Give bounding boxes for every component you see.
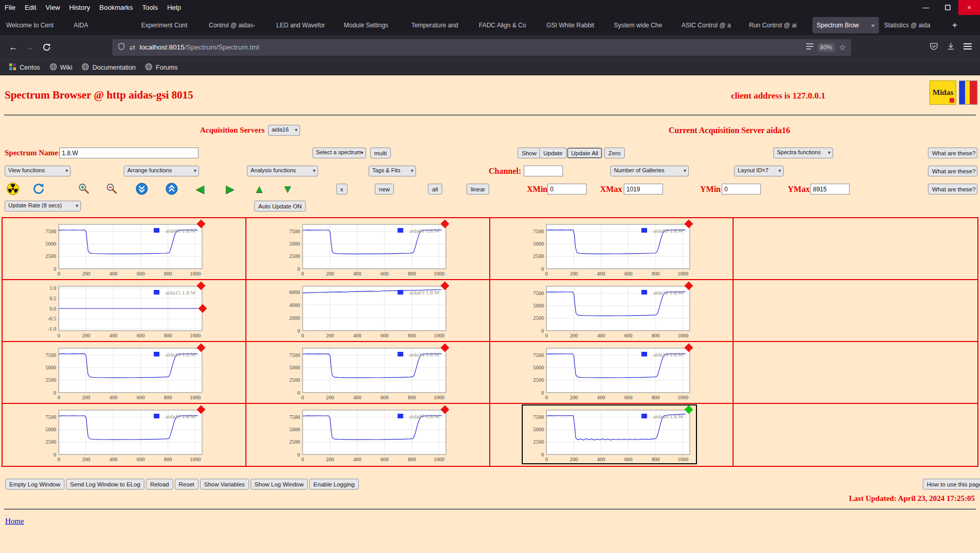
tab-temperature-and[interactable]: Temperature and [407,17,474,34]
close-button[interactable]: × [958,0,980,15]
update-rate-dropdown[interactable]: Update Rate (8 secs)▾ [5,201,81,212]
zoom-in-icon[interactable] [77,182,91,196]
home-link[interactable]: Home [5,517,24,526]
update-button[interactable]: Update [539,148,567,158]
spectrum-chart-aida11[interactable]: 025005000750002004006008001000aida11 1.8… [35,405,208,463]
tab-gsi-white-rabbit[interactable]: GSI White Rabbit [542,17,609,34]
zoom-level[interactable]: 80% [818,43,835,52]
ymin-input[interactable] [722,184,761,194]
spectra-functions-dropdown[interactable]: Spectra functions▾ [773,148,833,158]
url-input[interactable]: localhost:8015/Spectrum/Spectrum.tml [140,43,259,51]
radiation-icon[interactable] [6,182,20,196]
tab-system-wide-che[interactable]: System wide Che [610,17,676,34]
what-are-these-button-2[interactable]: What are these? [928,166,977,176]
refresh-icon[interactable] [32,182,45,196]
how-to-use-button[interactable]: How to use this page [923,479,980,490]
gsi-logo[interactable] [959,80,977,105]
minimize-button[interactable]: — [915,0,937,15]
channel-input[interactable] [524,166,563,176]
tags-fits-dropdown[interactable]: Tags & Fits▾ [369,166,416,176]
tab-fadc-align-co[interactable]: FADC Align & Co [475,17,541,34]
zero-button[interactable]: Zero [604,148,625,158]
spectrum-name-input[interactable] [59,148,198,158]
spectrum-chart-aida14[interactable]: 025005000750002004006008001000aida14 1.8… [279,344,452,401]
view-functions-dropdown[interactable]: View functions▾ [5,166,71,176]
multi-button[interactable]: multi [370,148,391,158]
maximize-button[interactable] [937,0,958,15]
menu-tools[interactable]: Tools [138,4,162,11]
tab-run-control-ai[interactable]: Run Control @ ai [745,17,811,34]
spectrum-chart-aida01[interactable]: 025005000750002004006008001000aida01 1.8… [279,220,452,278]
bookmark-star-icon[interactable]: ☆ [839,43,846,52]
bookmark-documentation[interactable]: Documentation [77,61,140,74]
send-log-window-to-elog-button[interactable]: Send Log Window to ELog [66,479,144,490]
green-up-arrow-icon[interactable]: ▲ [253,182,266,196]
new-tab-button[interactable]: + [947,18,962,33]
reload-button[interactable]: Reload [146,479,173,490]
empty-log-window-button[interactable]: Empty Log Window [5,479,64,490]
green-down-arrow-icon[interactable]: ▼ [281,182,294,196]
pocket-icon[interactable] [929,42,938,53]
acquisition-server-select[interactable]: aida16▾ [268,125,300,136]
spectrum-chart-aida05[interactable]: 025005000750002004006008001000aida05 1.8… [523,220,696,278]
shield-icon[interactable] [118,42,125,52]
ymax-input[interactable] [810,184,850,194]
xmax-input[interactable] [624,184,663,194]
zoom-out-icon[interactable] [105,182,119,196]
bookmark-wiki[interactable]: Wiki [45,61,77,74]
x-button[interactable]: x [336,184,347,194]
menu-view[interactable]: View [41,4,64,11]
bookmark-forums[interactable]: Forums [140,61,182,74]
enable-logging-button[interactable]: Enable Logging [309,479,359,490]
spectrum-chart-aida12[interactable]: 025005000750002004006008001000aida12 1.8… [523,282,696,339]
spectrum-chart-aida03[interactable]: 020004000600002004006008001000aida03 1.8… [279,282,452,339]
reload-button[interactable] [38,40,55,55]
menu-file[interactable]: File [0,4,20,11]
midas-logo[interactable]: Midas [929,80,956,105]
tab-module-settings[interactable]: Module Settings [340,17,406,34]
bookmark-centos[interactable]: Centos [4,61,45,74]
menu-bookmarks[interactable]: Bookmarks [95,4,138,11]
back-button[interactable]: ← [5,40,22,55]
blue-collapse-icon[interactable] [135,182,148,196]
download-icon[interactable] [946,42,955,53]
tab-control-aidas[interactable]: Control @ aidas- [205,17,271,34]
linear-button[interactable]: linear [467,184,489,194]
tab-experiment-cont[interactable]: Experiment Cont [137,17,204,34]
arrange-functions-dropdown[interactable]: Arrange functions▾ [124,166,199,176]
select-spectrum-dropdown[interactable]: Select a spectrum▾ [312,148,366,158]
auto-update-button[interactable]: Auto Update ON [254,201,306,212]
reset-button[interactable]: Reset [175,479,198,490]
menu-edit[interactable]: Edit [20,4,41,11]
update-all-button[interactable]: Update All [567,148,602,158]
connection-icon[interactable]: ⇄ [129,43,136,52]
green-left-arrow-icon[interactable]: ◀ [193,182,207,196]
reader-mode-icon[interactable] [806,43,813,51]
tab-welcome-to-cent[interactable]: Welcome to Cent [2,17,69,34]
url-bar[interactable]: ⇄ localhost:8015/Spectrum/Spectrum.tml 8… [112,39,851,56]
spectrum-chart-aida06[interactable]: 025005000750002004006008001000aida06 1.8… [35,220,208,278]
forward-button[interactable]: → [22,40,38,55]
what-are-these-button-3[interactable]: What are these? [928,184,977,194]
spectrum-chart-aida16[interactable]: 025005000750002004006008001000aida16 1.8… [523,405,696,463]
xmin-input[interactable] [547,184,587,194]
show-button[interactable]: Show [518,148,541,158]
menu-hamburger-icon[interactable] [964,43,972,52]
new-button[interactable]: new [375,184,394,194]
tab-asic-control-a[interactable]: ASIC Control @ a [677,17,744,34]
green-right-arrow-icon[interactable]: ▶ [223,182,237,196]
show-variables-button[interactable]: Show Variables [200,479,249,490]
tab-led-and-wavefor[interactable]: LED and Wavefor [272,17,339,34]
menu-history[interactable]: History [64,4,94,11]
spectrum-chart-aida15[interactable]: -1.0-0.50.00.51.002004006008001000aida15… [35,282,208,339]
tab-close-icon[interactable]: × [871,22,875,29]
spectrum-chart-aida13[interactable]: 025005000750002004006008001000aida13 1.8… [523,344,696,401]
analysis-functions-dropdown[interactable]: Analysis functions▾ [247,166,318,176]
show-log-window-button[interactable]: Show Log Window [251,479,308,490]
all-button[interactable]: all [428,184,442,194]
tab-statistics-aida[interactable]: Statistics @ aida [880,17,946,34]
spectrum-chart-aida07[interactable]: 025005000750002004006008001000aida07 1.8… [279,405,452,463]
tab-spectrum-brow[interactable]: Spectrum Brow× [812,17,879,34]
blue-expand-icon[interactable] [165,182,178,196]
layout-id-dropdown[interactable]: Layout ID=7▾ [734,166,784,176]
